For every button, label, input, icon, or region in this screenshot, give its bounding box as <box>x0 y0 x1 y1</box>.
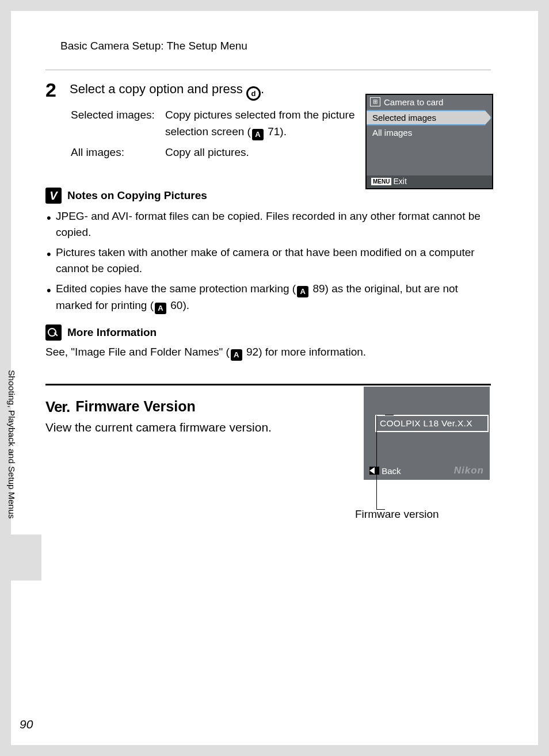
more-info-block: More Information See, "Image File and Fo… <box>45 324 491 361</box>
exit-label: Exit <box>393 177 406 186</box>
side-tab-block <box>0 534 41 581</box>
ok-icon: d <box>246 86 261 101</box>
def-term: All images: <box>71 144 165 161</box>
notes-head: V Notes on Copying Pictures <box>45 188 491 204</box>
firmware-heading: Firmware Version <box>75 398 195 415</box>
brand-label: Nikon <box>454 465 484 476</box>
header-title: Basic Camera Setup: The Setup Menu <box>60 40 491 52</box>
card-icon: ⊞ <box>370 97 380 106</box>
back-arrow-icon <box>369 467 375 474</box>
page-ref-icon: A <box>297 286 308 297</box>
ver-icon: Ver. <box>45 398 70 416</box>
note-item: Edited copies have the same protection m… <box>45 281 491 314</box>
divider <box>45 70 491 70</box>
firmware-footer: Back Nikon <box>369 465 484 476</box>
camera-screen-copy: ⊞ Camera to card Selected images All ima… <box>365 94 493 189</box>
callout-label: Firmware version <box>355 508 439 521</box>
menu-badge: MENU <box>371 178 391 185</box>
note-item: JPEG- and AVI- format files can be copie… <box>45 208 491 241</box>
step-title-before: Select a copy option and press <box>70 82 246 96</box>
page-ref-icon: A <box>252 129 264 140</box>
def-desc: Copy pictures selected from the picture … <box>165 106 355 140</box>
page-number: 90 <box>20 717 33 731</box>
def-desc: Copy all pictures. <box>165 144 355 161</box>
cam-item-all-images: All images <box>367 126 492 139</box>
warning-icon: V <box>45 188 62 204</box>
notes-block: V Notes on Copying Pictures JPEG- and AV… <box>45 188 491 314</box>
info-icon <box>45 324 62 341</box>
info-title: More Information <box>67 326 157 339</box>
side-tab: Shooting, Playback and Setup Menus <box>0 354 23 532</box>
callout-line <box>376 415 385 510</box>
notes-title: Notes on Copying Pictures <box>67 189 207 202</box>
back-label: Back <box>369 466 401 476</box>
cam-item-selected-images: Selected images <box>367 110 491 125</box>
firmware-box: COOLPIX L18 Ver.X.X <box>375 415 489 432</box>
info-head: More Information <box>45 324 491 341</box>
cam-footer: MENUExit <box>367 175 492 188</box>
note-item: Pictures taken with another make of came… <box>45 245 491 277</box>
step-number: 2 <box>45 80 70 100</box>
notes-list: JPEG- and AVI- format files can be copie… <box>45 208 491 314</box>
cam-screen-title: ⊞ Camera to card <box>367 95 492 109</box>
page: Basic Camera Setup: The Setup Menu 2 Sel… <box>11 11 538 745</box>
page-ref-icon: A <box>231 349 242 361</box>
step-title-after: . <box>261 82 264 96</box>
page-ref-icon: A <box>155 303 166 314</box>
def-term: Selected images: <box>71 106 165 140</box>
info-text: See, "Image File and Folder Names" (A 92… <box>45 344 491 361</box>
